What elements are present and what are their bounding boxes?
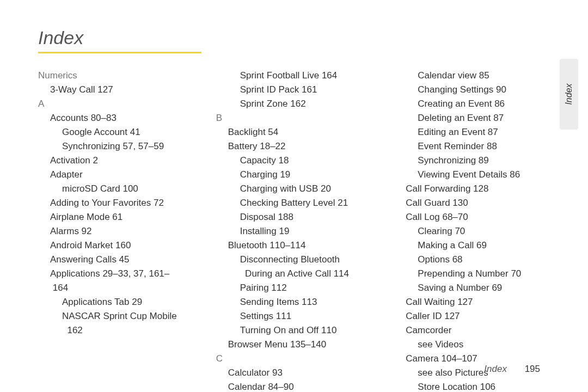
index-entry: Camcorder bbox=[394, 323, 555, 338]
index-entry: Alarms 92 bbox=[38, 224, 200, 238]
index-entry: C bbox=[216, 352, 378, 366]
index-entry: microSD Card 100 bbox=[38, 182, 200, 196]
index-entry: Installing 19 bbox=[216, 224, 378, 238]
index-entry: B bbox=[216, 111, 378, 125]
index-entry: Deleting an Event 87 bbox=[394, 111, 555, 125]
index-entry: Backlight 54 bbox=[216, 125, 378, 139]
index-entry: Changing Settings 90 bbox=[394, 83, 555, 97]
index-entry: Airplane Mode 61 bbox=[38, 210, 200, 224]
index-entry: Store Location 106 bbox=[394, 380, 555, 392]
index-entry: Call Waiting 127 bbox=[394, 295, 555, 309]
index-entry: Adding to Your Favorites 72 bbox=[38, 196, 200, 210]
index-entry: Charging 19 bbox=[216, 168, 378, 182]
index-entry: Making a Call 69 bbox=[394, 238, 555, 253]
index-page: Index Numerics3-Way Call 127AAccounts 80… bbox=[0, 0, 588, 392]
section-tab-index: Index bbox=[560, 59, 578, 130]
index-entry: Charging with USB 20 bbox=[216, 182, 378, 196]
index-entry: Sprint ID Pack 161 bbox=[216, 83, 378, 97]
index-column-2: Sprint Football Live 164Sprint ID Pack 1… bbox=[216, 69, 378, 392]
index-entry: Settings 111 bbox=[216, 309, 378, 323]
index-column-3: Calendar view 85Changing Settings 90Crea… bbox=[394, 69, 555, 392]
index-entry: Android Market 160 bbox=[38, 238, 200, 253]
index-entry: Browser Menu 135–140 bbox=[216, 338, 378, 352]
footer-section-label: Index bbox=[484, 364, 507, 374]
index-entry: Synchronizing 57, 57–59 bbox=[38, 139, 200, 154]
index-entry: 3-Way Call 127 bbox=[38, 83, 200, 97]
page-footer: Index 195 bbox=[484, 364, 540, 375]
index-entry: Bluetooth 110–114 bbox=[216, 238, 378, 253]
index-entry: Calendar view 85 bbox=[394, 69, 555, 83]
index-entry: Editing an Event 87 bbox=[394, 125, 555, 139]
index-entry: Turning On and Off 110 bbox=[216, 323, 378, 338]
index-entry: Call Log 68–70 bbox=[394, 210, 555, 224]
footer-page-number: 195 bbox=[525, 364, 540, 374]
index-column-1: Numerics3-Way Call 127AAccounts 80–83Goo… bbox=[38, 69, 200, 392]
index-entry: Call Forwarding 128 bbox=[394, 182, 555, 196]
index-entry: Calendar 84–90 bbox=[216, 380, 378, 392]
index-entry: During an Active Call 114 bbox=[216, 267, 378, 281]
index-entry: Accounts 80–83 bbox=[38, 111, 200, 125]
index-entry: Caller ID 127 bbox=[394, 309, 555, 323]
index-entry: Google Account 41 bbox=[38, 125, 200, 139]
index-entry: Synchronizing 89 bbox=[394, 154, 555, 168]
index-entry: Saving a Number 69 bbox=[394, 281, 555, 295]
index-entry: Pairing 112 bbox=[216, 281, 378, 295]
index-entry: A bbox=[38, 97, 200, 111]
index-entry: see Videos bbox=[394, 338, 555, 352]
index-entry: Battery 18–22 bbox=[216, 139, 378, 154]
index-entry: Calculator 93 bbox=[216, 366, 378, 380]
page-title: Index bbox=[38, 27, 555, 48]
index-entry: Answering Calls 45 bbox=[38, 253, 200, 267]
index-entry: Capacity 18 bbox=[216, 154, 378, 168]
index-entry: Sprint Zone 162 bbox=[216, 97, 378, 111]
title-underline bbox=[38, 52, 201, 53]
index-entry: Applications 29–33, 37, 161– bbox=[38, 267, 200, 281]
index-entry: Creating an Event 86 bbox=[394, 97, 555, 111]
index-entry: Prepending a Number 70 bbox=[394, 267, 555, 281]
index-entry: Sending Items 113 bbox=[216, 295, 378, 309]
index-entry: Numerics bbox=[38, 69, 200, 83]
index-columns: Numerics3-Way Call 127AAccounts 80–83Goo… bbox=[38, 69, 555, 392]
index-entry: Sprint Football Live 164 bbox=[216, 69, 378, 83]
section-tab-label: Index bbox=[564, 83, 574, 105]
index-entry: Clearing 70 bbox=[394, 224, 555, 238]
index-entry: 162 bbox=[38, 323, 200, 338]
index-entry: Options 68 bbox=[394, 253, 555, 267]
index-entry: Adapter bbox=[38, 168, 200, 182]
index-entry: Call Guard 130 bbox=[394, 196, 555, 210]
index-entry: Checking Battery Level 21 bbox=[216, 196, 378, 210]
index-entry: Applications Tab 29 bbox=[38, 295, 200, 309]
index-entry: Disconnecting Bluetooth bbox=[216, 253, 378, 267]
index-entry: Viewing Event Details 86 bbox=[394, 168, 555, 182]
index-entry: Event Reminder 88 bbox=[394, 139, 555, 154]
index-entry: Disposal 188 bbox=[216, 210, 378, 224]
index-entry: NASCAR Sprint Cup Mobile bbox=[38, 309, 200, 323]
index-entry: Activation 2 bbox=[38, 154, 200, 168]
index-entry: 164 bbox=[38, 281, 200, 295]
